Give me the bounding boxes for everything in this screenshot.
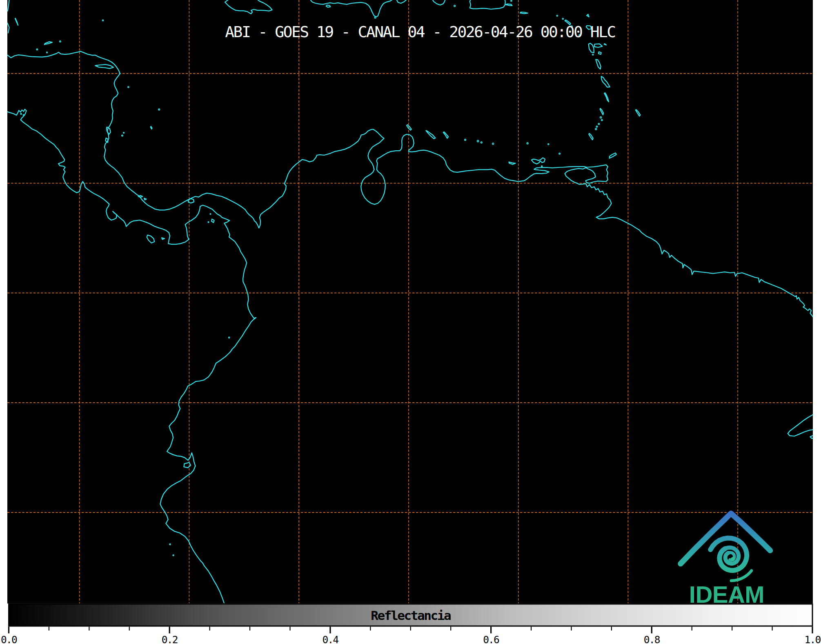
colorbar-tick-label: 1.0: [805, 634, 821, 644]
colorbar-tick-label: 0.0: [1, 634, 17, 644]
map-title: ABI - GOES 19 - CANAL 04 - 2026-04-26 00…: [225, 23, 615, 41]
colorbar-label: Reflectancia: [371, 608, 451, 623]
colorbar-tick-label: 0.4: [322, 634, 338, 644]
colorbar-tick-label: 0.6: [483, 634, 499, 644]
map-background: [7, 0, 813, 604]
logo-spiral-center: [731, 557, 735, 561]
colorbar-tick-label: 0.2: [162, 634, 178, 644]
satellite-figure: ABI - GOES 19 - CANAL 04 - 2026-04-26 00…: [0, 0, 821, 644]
colorbar-tick-label: 0.8: [644, 634, 660, 644]
